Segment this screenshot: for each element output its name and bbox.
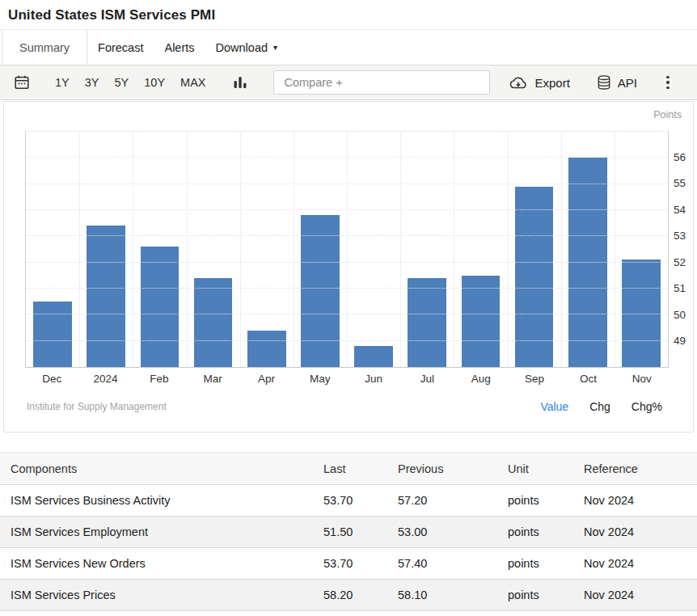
bar-Feb[interactable]	[141, 247, 180, 367]
col-components: Components	[0, 453, 313, 485]
y-tick-label: 54	[674, 203, 686, 217]
bar-band	[294, 132, 347, 367]
axis-unit-label: Points	[653, 109, 682, 120]
unit: points	[497, 485, 573, 517]
last-value: 51.50	[313, 517, 387, 548]
reference: Nov 2024	[573, 517, 697, 548]
table-row[interactable]: ISM Services Business Activity53.7057.20…	[0, 485, 697, 517]
y-tick-label: 51	[674, 281, 686, 296]
last-value: 58.20	[313, 580, 387, 611]
x-tick-label: Jul	[400, 373, 454, 385]
bar-chart-plot-area	[25, 131, 669, 368]
gridline-v	[294, 132, 294, 367]
bar-2024[interactable]	[87, 226, 125, 367]
bar-Aug[interactable]	[462, 276, 501, 367]
chevron-down-icon: ▾	[273, 43, 277, 52]
component-name[interactable]: ISM Services Business Activity	[0, 485, 313, 517]
export-label: Export	[534, 76, 569, 90]
api-button[interactable]: API	[596, 74, 637, 91]
chart-footer: Institute for Supply Management Value Ch…	[27, 400, 662, 413]
tab-download[interactable]: Download ▾	[205, 30, 289, 65]
bar-Dec[interactable]	[33, 302, 72, 367]
last-value: 53.70	[313, 485, 387, 517]
bar-band	[615, 132, 668, 367]
range-5y-button[interactable]: 5Y	[115, 76, 129, 89]
compare-input[interactable]	[273, 70, 490, 95]
previous-value: 58.10	[387, 580, 497, 611]
gridline-v	[347, 132, 348, 367]
bar-band	[508, 132, 561, 367]
chart-footer-links: Value Chg Chg%	[540, 400, 662, 413]
bar-band	[133, 132, 186, 367]
bar-Apr[interactable]	[247, 331, 286, 367]
tab-alerts[interactable]: Alerts	[154, 30, 205, 65]
bar-Oct[interactable]	[568, 158, 607, 367]
col-last: Last	[313, 453, 387, 485]
unit: points	[497, 548, 573, 580]
chg-pct-link[interactable]: Chg%	[632, 400, 662, 413]
range-1y-button[interactable]: 1Y	[55, 76, 70, 89]
table-header-row: Components Last Previous Unit Reference	[0, 453, 697, 485]
value-link[interactable]: Value	[540, 400, 568, 413]
calendar-icon[interactable]	[13, 74, 31, 91]
bar-band	[240, 132, 294, 367]
range-max-button[interactable]: MAX	[180, 76, 205, 89]
bar-Jun[interactable]	[354, 346, 393, 367]
page-title: United States ISM Services PMI	[8, 7, 689, 23]
x-tick-label: Apr	[239, 373, 293, 385]
y-tick-label: 55	[674, 176, 686, 191]
component-name[interactable]: ISM Services Prices	[0, 580, 313, 611]
bar-band	[454, 132, 507, 367]
reference: Nov 2024	[573, 548, 697, 580]
cloud-download-icon	[508, 74, 529, 91]
x-tick-label: Mar	[186, 373, 239, 385]
unit: points	[497, 517, 573, 548]
bar-May[interactable]	[301, 215, 340, 367]
reference: Nov 2024	[573, 485, 697, 517]
y-tick-label: 53	[674, 229, 686, 243]
col-unit: Unit	[497, 453, 573, 485]
gridline-v	[561, 132, 562, 367]
more-options-icon[interactable]	[666, 76, 670, 90]
tab-download-label: Download	[216, 41, 268, 54]
tab-forecast[interactable]: Forecast	[87, 30, 154, 65]
chg-link[interactable]: Chg	[589, 400, 610, 413]
gridline-v	[240, 132, 241, 367]
x-tick-label: May	[294, 373, 347, 385]
x-tick-label: Feb	[133, 373, 186, 385]
database-icon	[596, 74, 612, 91]
unit: points	[497, 580, 573, 611]
bar-Jul[interactable]	[408, 278, 446, 367]
api-label: API	[618, 76, 637, 90]
component-name[interactable]: ISM Services New Orders	[0, 548, 313, 580]
export-button[interactable]: Export	[508, 74, 569, 91]
last-value: 53.70	[313, 548, 387, 580]
x-tick-label: Nov	[615, 373, 669, 385]
range-3y-button[interactable]: 3Y	[85, 76, 99, 89]
bar-band	[347, 132, 400, 367]
x-axis-labels: Dec2024FebMarAprMayJunJulAugSepOctNov	[25, 373, 669, 385]
bar-Mar[interactable]	[194, 278, 233, 367]
col-reference: Reference	[573, 453, 697, 485]
x-tick-label: Jun	[347, 373, 400, 385]
y-tick-label: 56	[674, 150, 686, 165]
x-tick-label: Sep	[508, 373, 561, 385]
chart-panel: Points 4950515253545556 Dec2024FebMarApr…	[3, 101, 694, 432]
previous-value: 53.00	[387, 517, 497, 548]
source-attribution: Institute for Supply Management	[27, 401, 167, 412]
chart-toolbar: 1Y 3Y 5Y 10Y MAX Export	[0, 65, 697, 100]
tab-summary[interactable]: Summary	[2, 30, 87, 65]
x-tick-label: Aug	[454, 373, 508, 385]
x-tick-label: Oct	[561, 373, 615, 385]
range-10y-button[interactable]: 10Y	[144, 76, 165, 89]
previous-value: 57.20	[387, 485, 497, 517]
tab-alerts-label: Alerts	[164, 41, 194, 54]
column-chart-icon[interactable]	[233, 74, 247, 91]
gridline-v	[615, 132, 615, 367]
gridline-v	[508, 132, 509, 367]
table-row[interactable]: ISM Services Employment51.5053.00pointsN…	[0, 517, 697, 548]
table-row[interactable]: ISM Services New Orders53.7057.40pointsN…	[0, 548, 697, 580]
component-name[interactable]: ISM Services Employment	[0, 517, 313, 548]
previous-value: 57.40	[387, 548, 497, 580]
table-row[interactable]: ISM Services Prices58.2058.10pointsNov 2…	[0, 580, 697, 611]
